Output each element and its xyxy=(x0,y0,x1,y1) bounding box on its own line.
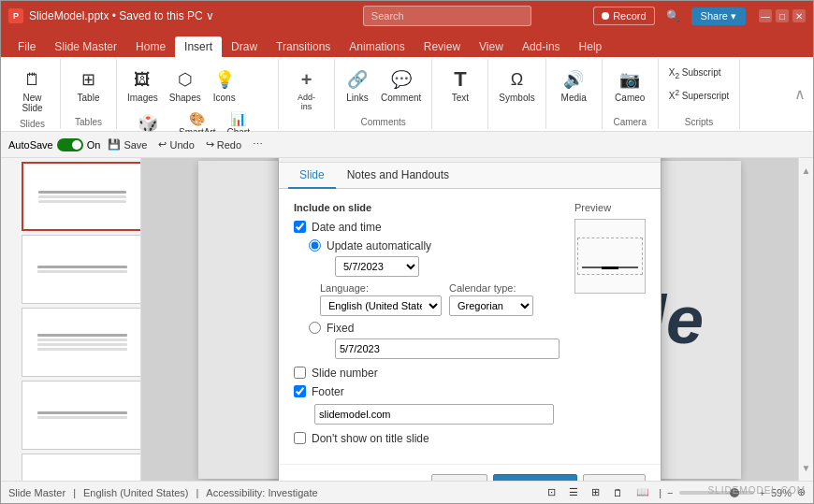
tab-animations[interactable]: Animations xyxy=(340,36,414,57)
slide-thumb-2[interactable] xyxy=(22,235,141,304)
media-button[interactable]: 🔊 Media xyxy=(557,65,591,107)
calendar-label: Calendar type: xyxy=(449,282,533,294)
normal-view-icon[interactable]: ⊡ xyxy=(544,484,560,500)
new-slide-button[interactable]: 🗒 NewSlide xyxy=(16,65,50,117)
scroll-up-icon[interactable]: ▲ xyxy=(802,166,811,176)
tab-addins[interactable]: Add-ins xyxy=(513,36,570,57)
main-area: 1 2 xyxy=(1,158,813,481)
update-auto-label: Update automatically xyxy=(327,239,431,252)
fixed-date-input[interactable] xyxy=(335,338,560,359)
record-button[interactable]: Record xyxy=(593,7,654,25)
apply-button[interactable]: Apply xyxy=(431,474,487,482)
outline-view-icon[interactable]: ☰ xyxy=(565,484,582,500)
links-button[interactable]: 🔗 Links xyxy=(341,65,374,107)
dialog-overlay: Header and Footer ? ✕ Slide Notes and Ha… xyxy=(141,158,798,481)
footer-checkbox[interactable] xyxy=(294,385,306,397)
subscript-button[interactable]: X2 Subscript xyxy=(664,65,726,83)
fixed-radio[interactable] xyxy=(309,322,321,334)
scroll-down-icon[interactable]: ▼ xyxy=(802,463,811,473)
cancel-button[interactable]: Cancel xyxy=(583,474,646,482)
footer-input[interactable] xyxy=(314,404,554,425)
shapes-button[interactable]: ⬡ Shapes xyxy=(165,65,206,107)
zoom-minus-icon[interactable]: − xyxy=(667,487,673,498)
ribbon-group-addins: + Add-ins xyxy=(279,59,335,129)
date-checkbox-label: Date and time xyxy=(312,221,382,234)
tab-slide-master[interactable]: Slide Master xyxy=(45,36,126,57)
separator-2: | xyxy=(196,487,199,498)
slide-thumb-4[interactable] xyxy=(22,381,141,450)
tab-home[interactable]: Home xyxy=(126,36,175,57)
autosave-label: AutoSave xyxy=(8,139,53,151)
update-auto-radio[interactable] xyxy=(309,239,321,252)
cameo-icon: 📷 xyxy=(618,68,641,91)
ribbon-group-media: 🔊 Media xyxy=(546,59,603,129)
slide-thumb-5[interactable] xyxy=(22,454,141,481)
dont-show-label: Don't show on title slide xyxy=(312,432,429,445)
language-label: Language: xyxy=(320,282,442,294)
text-button[interactable]: T Text xyxy=(443,65,477,107)
tab-review[interactable]: Review xyxy=(414,36,470,57)
ribbon-group-comments: 🔗 Links 💬 Comment Comments xyxy=(335,59,432,129)
watermark: SLIDEMODEL.COM xyxy=(707,485,806,496)
icons-button[interactable]: 💡 Icons xyxy=(208,65,241,107)
symbols-button[interactable]: Ω Symbols xyxy=(494,65,539,107)
language-col: Language: English (United States) xyxy=(320,282,442,316)
addins-button[interactable]: + Add-ins xyxy=(290,65,324,115)
slide-number-checkbox-row: Slide number xyxy=(294,367,560,380)
date-checkbox[interactable] xyxy=(294,221,306,233)
close-button[interactable]: ✕ xyxy=(792,9,806,22)
ribbon-group-scripts-items: X2 Subscript X2 Superscript xyxy=(664,61,734,115)
record-dot-icon xyxy=(602,12,609,20)
dont-show-checkbox[interactable] xyxy=(294,432,306,444)
redo-button[interactable]: ↪ Redo xyxy=(202,137,245,152)
maximize-button[interactable]: □ xyxy=(776,9,789,22)
slide-thumb-1[interactable] xyxy=(22,162,141,231)
images-button[interactable]: 🖼 Images xyxy=(123,65,163,107)
app-window: P SlideModel.pptx • Saved to this PC ∨ R… xyxy=(0,0,814,504)
dialog-tab-notes[interactable]: Notes and Handouts xyxy=(336,163,460,189)
comment-button[interactable]: 💬 Comment xyxy=(376,65,426,107)
scripts-group-label: Scripts xyxy=(685,115,714,127)
text-icon: T xyxy=(449,68,472,91)
notes-view-icon[interactable]: 🗒 xyxy=(609,485,627,500)
minimize-button[interactable]: — xyxy=(759,9,772,22)
tab-insert[interactable]: Insert xyxy=(175,36,222,57)
share-button[interactable]: Share ▾ xyxy=(691,7,746,25)
slide-number-label: Slide number xyxy=(312,367,378,380)
slide-number-checkbox[interactable] xyxy=(294,367,306,379)
reading-view-icon[interactable]: 📖 xyxy=(632,484,653,500)
table-button[interactable]: ⊞ Table xyxy=(72,65,106,107)
ribbon-group-addins-items: + Add-ins xyxy=(290,61,324,125)
fixed-label: Fixed xyxy=(327,322,354,335)
tab-transitions[interactable]: Transitions xyxy=(267,36,340,57)
tab-view[interactable]: View xyxy=(470,36,513,57)
tab-help[interactable]: Help xyxy=(570,36,612,57)
ribbon-collapse-icon[interactable]: ∧ xyxy=(794,85,806,103)
ribbon-group-comments-items: 🔗 Links 💬 Comment xyxy=(341,61,426,115)
auto-date-select[interactable]: 5/7/2023 xyxy=(335,256,419,277)
calendar-select[interactable]: Gregorian xyxy=(449,295,533,316)
tab-file[interactable]: File xyxy=(8,36,45,57)
dialog-tab-slide[interactable]: Slide xyxy=(288,163,336,189)
save-qa-button[interactable]: 💾 Save xyxy=(104,137,151,152)
preview-segment-1 xyxy=(582,266,600,268)
language-select[interactable]: English (United States) xyxy=(320,295,442,316)
apply-all-button[interactable]: Apply to All xyxy=(493,474,576,482)
superscript-button[interactable]: X2 Superscript xyxy=(664,85,734,104)
slide-thumb-3[interactable] xyxy=(22,308,141,377)
undo-button[interactable]: ↩ Undo xyxy=(154,137,197,152)
ribbon-group-tables: ⊞ Table Tables xyxy=(61,59,117,129)
customize-qa-button[interactable]: ⋯ xyxy=(249,137,267,152)
cameo-button[interactable]: 📷 Cameo xyxy=(610,65,649,107)
autosave-toggle-track[interactable] xyxy=(57,138,83,151)
right-panel: ▲ ▼ xyxy=(798,158,813,481)
preview-footer-line xyxy=(582,266,638,268)
search-title-icon[interactable]: 🔍 xyxy=(661,7,686,24)
autosave-state: On xyxy=(87,139,101,151)
title-search-input[interactable] xyxy=(363,6,531,26)
tab-draw[interactable]: Draw xyxy=(222,36,267,57)
footer-label: Footer xyxy=(312,385,344,398)
ribbon-group-camera: 📷 Cameo Camera xyxy=(603,59,659,129)
dialog-footer: Apply Apply to All Cancel xyxy=(279,464,661,482)
slide-sorter-icon[interactable]: ⊞ xyxy=(588,484,603,500)
